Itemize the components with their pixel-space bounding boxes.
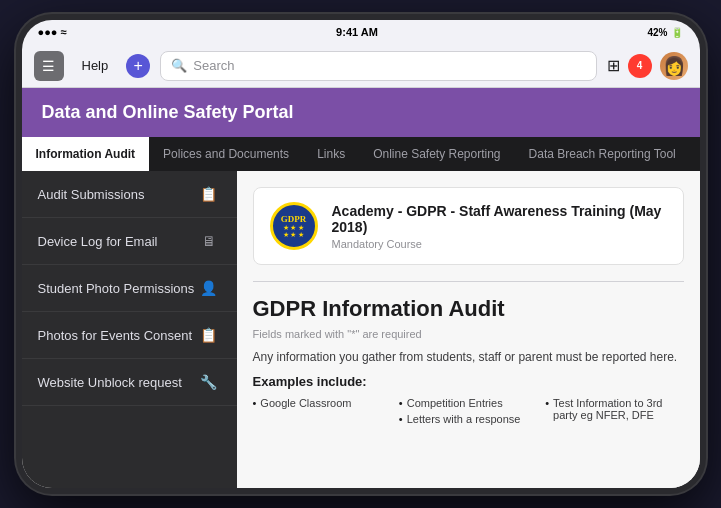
app-icon-symbol: ☰ <box>42 58 55 74</box>
search-icon: 🔍 <box>171 58 187 73</box>
nav-tabs: Information Audit Polices and Documents … <box>22 137 700 171</box>
browser-toolbar: ☰ Help + 🔍 Search ⊞ 4 👩 <box>22 44 700 88</box>
tab-data-breach[interactable]: Data Breach Reporting Tool <box>515 137 690 171</box>
avatar-image: 👩 <box>663 55 685 77</box>
portal-header: Data and Online Safety Portal <box>22 88 700 137</box>
sidebar-item-photos-events[interactable]: Photos for Events Consent 📋 <box>22 312 237 359</box>
example-col-1: • Google Classroom <box>253 397 391 429</box>
course-info: Academy - GDPR - Staff Awareness Trainin… <box>332 203 667 250</box>
example-competition: Competition Entries <box>407 397 503 409</box>
photos-events-icon: 📋 <box>197 323 221 347</box>
notification-count: 4 <box>637 60 643 71</box>
status-bar: ●●● ≈ 9:41 AM 42% 🔋 <box>22 20 700 44</box>
user-avatar[interactable]: 👩 <box>660 52 688 80</box>
course-card: GDPR ★ ★ ★ ★ ★ ★ Academy - GDPR - Staff … <box>253 187 684 265</box>
content-area: GDPR ★ ★ ★ ★ ★ ★ Academy - GDPR - Staff … <box>237 171 700 488</box>
browser-right-controls: ⊞ 4 👩 <box>607 52 688 80</box>
example-col-2: • Competition Entries • Letters with a r… <box>399 397 537 429</box>
tab-online-safety-reporting[interactable]: Online Safety Reporting <box>359 137 514 171</box>
bullet-icon: • <box>545 397 549 409</box>
section-heading: GDPR Information Audit <box>253 296 684 322</box>
device-log-icon: 🖥 <box>197 229 221 253</box>
section-divider <box>253 281 684 282</box>
add-button[interactable]: + <box>126 54 150 78</box>
tab-links[interactable]: Links <box>303 137 359 171</box>
audit-submissions-icon: 📋 <box>197 182 221 206</box>
status-right: 42% 🔋 <box>647 27 683 38</box>
info-text: Any information you gather from students… <box>253 350 684 364</box>
gdpr-badge-inner: GDPR ★ ★ ★ ★ ★ ★ <box>276 208 312 244</box>
grid-icon[interactable]: ⊞ <box>607 56 620 75</box>
required-note: Fields marked with "*" are required <box>253 328 684 340</box>
bullet-icon: • <box>399 397 403 409</box>
examples-grid: • Google Classroom • Competition Entries… <box>253 397 684 429</box>
page-content: Data and Online Safety Portal Informatio… <box>22 88 700 488</box>
browser-app-icon: ☰ <box>34 51 64 81</box>
example-item-letters: • Letters with a response <box>399 413 537 425</box>
search-placeholder: Search <box>193 58 234 73</box>
sidebar-item-device-log[interactable]: Device Log for Email 🖥 <box>22 218 237 265</box>
tab-policies-documents[interactable]: Polices and Documents <box>149 137 303 171</box>
notification-badge[interactable]: 4 <box>628 54 652 78</box>
example-col-3: • Test Information to 3rd party eg NFER,… <box>545 397 683 429</box>
portal-title: Data and Online Safety Portal <box>42 102 680 123</box>
sidebar-item-student-photo[interactable]: Student Photo Permissions 👤 <box>22 265 237 312</box>
bullet-icon: • <box>399 413 403 425</box>
course-subtitle: Mandatory Course <box>332 238 667 250</box>
sidebar-label-device: Device Log for Email <box>38 234 158 249</box>
wifi-icon: ●●● ≈ <box>38 26 67 38</box>
course-title: Academy - GDPR - Staff Awareness Trainin… <box>332 203 667 235</box>
status-time: 9:41 AM <box>336 26 378 38</box>
website-unblock-icon: 🔧 <box>197 370 221 394</box>
student-photo-icon: 👤 <box>197 276 221 300</box>
sidebar-label-photo: Student Photo Permissions <box>38 281 195 296</box>
example-item: • Google Classroom <box>253 397 391 409</box>
sidebar-label-events: Photos for Events Consent <box>38 328 193 343</box>
sidebar-label-audit: Audit Submissions <box>38 187 145 202</box>
example-letters: Letters with a response <box>407 413 521 425</box>
gdpr-stars: GDPR ★ ★ ★ ★ ★ ★ <box>281 215 307 238</box>
example-google: Google Classroom <box>260 397 351 409</box>
device-frame: ●●● ≈ 9:41 AM 42% 🔋 ☰ Help + 🔍 Search ⊞ … <box>16 14 706 494</box>
tab-information-audit[interactable]: Information Audit <box>22 137 150 171</box>
example-item-competition: • Competition Entries <box>399 397 537 409</box>
bullet-icon: • <box>253 397 257 409</box>
search-bar[interactable]: 🔍 Search <box>160 51 596 81</box>
examples-title: Examples include: <box>253 374 684 389</box>
sidebar-item-audit-submissions[interactable]: Audit Submissions 📋 <box>22 171 237 218</box>
battery-label: 42% <box>647 27 667 38</box>
plus-icon: + <box>134 57 143 75</box>
example-test: Test Information to 3rd party eg NFER, D… <box>553 397 683 421</box>
main-area: Audit Submissions 📋 Device Log for Email… <box>22 171 700 488</box>
status-left: ●●● ≈ <box>38 26 67 38</box>
sidebar: Audit Submissions 📋 Device Log for Email… <box>22 171 237 488</box>
help-button[interactable]: Help <box>74 54 117 77</box>
battery-icon: 🔋 <box>671 27 683 38</box>
example-item-test: • Test Information to 3rd party eg NFER,… <box>545 397 683 421</box>
sidebar-item-website-unblock[interactable]: Website Unblock request 🔧 <box>22 359 237 406</box>
course-badge: GDPR ★ ★ ★ ★ ★ ★ <box>270 202 318 250</box>
sidebar-label-unblock: Website Unblock request <box>38 375 182 390</box>
